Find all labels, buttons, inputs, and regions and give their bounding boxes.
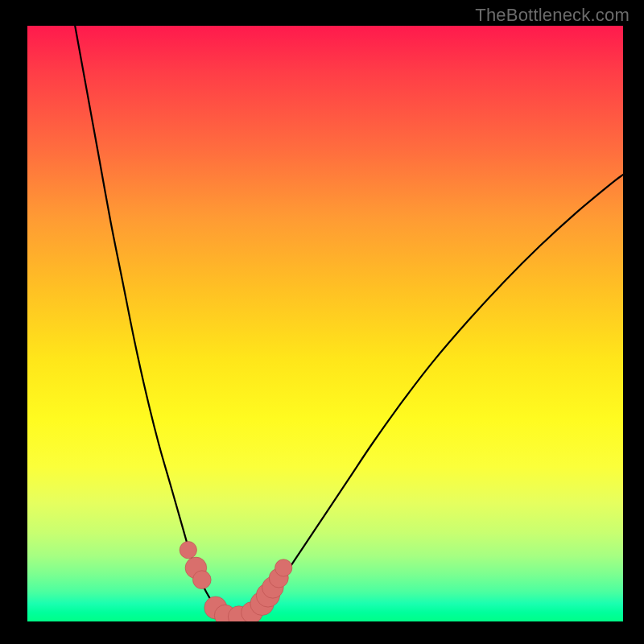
- watermark-text: TheBottleneck.com: [475, 5, 630, 26]
- chart-svg: [27, 26, 623, 621]
- data-marker: [192, 571, 211, 589]
- plot-area: [27, 26, 623, 621]
- chart-frame: TheBottleneck.com: [0, 0, 644, 644]
- bottleneck-curve: [75, 26, 623, 617]
- data-marker: [180, 542, 196, 559]
- data-markers: [180, 542, 292, 621]
- data-marker: [275, 559, 292, 576]
